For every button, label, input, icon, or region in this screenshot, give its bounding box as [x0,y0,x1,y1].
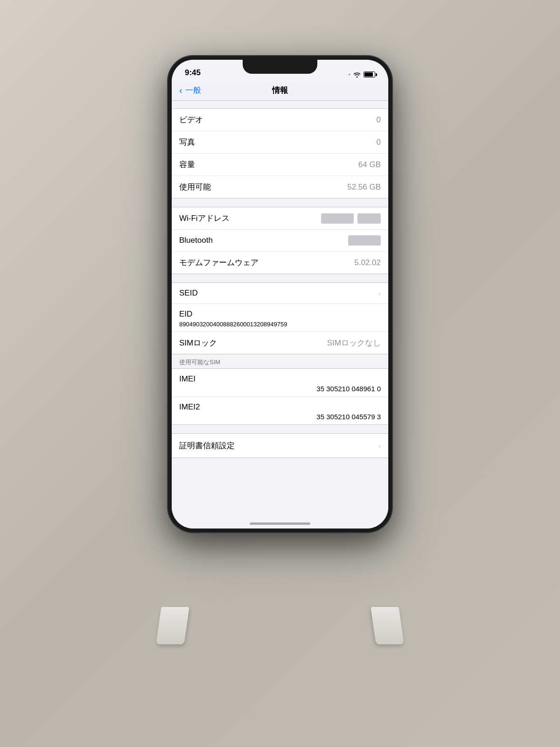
scene: 9:45 ● [0,0,560,747]
imei-value: 35 305210 048961 0 [179,385,381,393]
list-row-bluetooth: Bluetooth [172,230,388,252]
battery-icon [364,71,375,78]
sim-section-header: 使用可能なSIM [172,354,388,368]
wifi-addr-blurred-2 [357,213,381,224]
battery-fill [364,72,373,77]
eid-value: 89049032004008882600013208949759 [179,321,381,328]
photos-value: 0 [377,138,381,147]
phone-inner: 9:45 ● [172,60,388,529]
capacity-value: 64 GB [358,160,381,169]
wifi-addr-blurred-1 [321,213,354,224]
list-row-seid[interactable]: SEID › [172,283,388,304]
nav-bar: ‹ 一般 情報 [172,80,388,101]
bluetooth-label: Bluetooth [179,236,213,245]
available-value: 52.56 GB [347,183,381,192]
phone-device: 9:45 ● [168,56,392,532]
bluetooth-value-group [348,235,381,246]
bluetooth-blurred [348,235,381,246]
list-row-wifi: Wi-Fiアドレス [172,207,388,230]
imei2-value: 35 305210 045579 3 [179,413,381,421]
available-label: 使用可能 [179,182,211,192]
section-network: Wi-Fiアドレス Bluetooth [172,207,388,274]
list-row-imei2: IMEI2 35 305210 045579 3 [172,397,388,424]
simlock-value: SIMロックなし [327,338,381,348]
seid-label: SEID [179,289,198,298]
wifi-icon [353,72,361,78]
nav-back-button[interactable]: ‹ 一般 [179,85,201,96]
section-cert: 証明書信頼設定 › [172,433,388,458]
list-row-photos: 写真 0 [172,131,388,154]
phone-notch [243,60,317,74]
list-row-cert[interactable]: 証明書信頼設定 › [172,434,388,458]
wifi-addr-label: Wi-Fiアドレス [179,213,230,224]
simlock-label: SIMロック [179,338,217,348]
home-indicator [250,522,310,525]
section-media: ビデオ 0 写真 0 容量 64 GB [172,108,388,198]
list-group-seid: SEID › EID 89049032004008882600013208949… [172,282,388,354]
list-row-video: ビデオ 0 [172,109,388,131]
status-time: 9:45 [185,68,201,78]
dot-icon: ● [348,72,350,77]
list-row-imei: IMEI 35 305210 048961 0 [172,369,388,397]
stand-right [371,607,404,644]
section-seid: SEID › EID 89049032004008882600013208949… [172,282,388,354]
cert-label: 証明書信頼設定 [179,440,235,451]
list-row-modem: モデムファームウェア 5.02.02 [172,252,388,274]
list-group-imei: IMEI 35 305210 048961 0 IMEI2 35 305210 … [172,368,388,425]
section-imei: 使用可能なSIM IMEI 35 305210 048961 0 IMEI2 3… [172,354,388,425]
nav-back-label: 一般 [185,85,201,96]
list-row-available: 使用可能 52.56 GB [172,176,388,198]
nav-title: 情報 [272,85,288,96]
wifi-addr-value-group [321,213,381,224]
seid-chevron-icon: › [378,289,381,297]
video-label: ビデオ [179,114,203,125]
modem-label: モデムファームウェア [179,257,259,268]
video-value: 0 [377,115,381,125]
cert-chevron-icon: › [378,442,381,450]
list-row-capacity: 容量 64 GB [172,154,388,176]
list-row-eid: EID 89049032004008882600013208949759 [172,304,388,332]
stand-left [156,607,189,644]
capacity-label: 容量 [179,159,195,170]
phone-screen: 9:45 ● [172,60,388,529]
photos-label: 写真 [179,137,195,148]
list-group-network: Wi-Fiアドレス Bluetooth [172,207,388,274]
imei-label: IMEI [179,374,196,383]
status-icons: ● [348,71,375,78]
imei2-label: IMEI2 [179,402,200,411]
eid-label: EID [179,310,192,318]
back-chevron-icon: ‹ [179,85,182,96]
list-row-simlock: SIMロック SIMロックなし [172,332,388,354]
list-group-media: ビデオ 0 写真 0 容量 64 GB [172,108,388,198]
list-group-cert: 証明書信頼設定 › [172,433,388,458]
modem-value: 5.02.02 [354,258,381,268]
settings-content: ビデオ 0 写真 0 容量 64 GB [172,101,388,519]
